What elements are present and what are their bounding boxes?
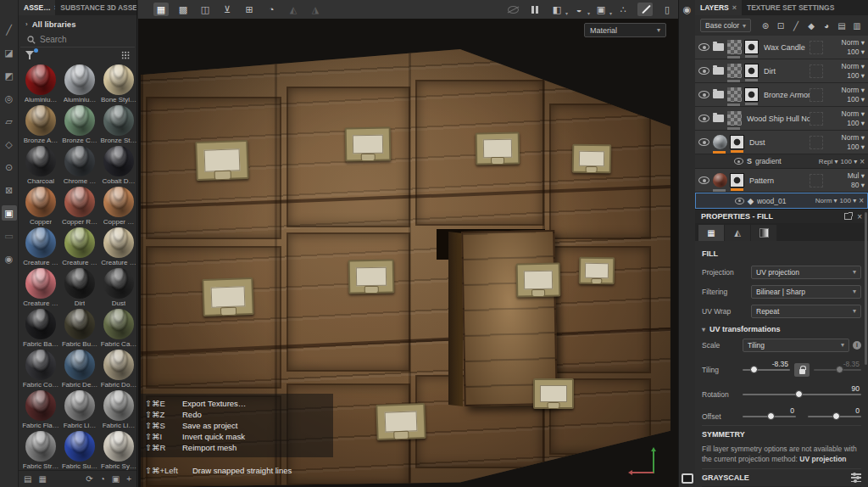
paint-tool-icon[interactable]: ╱ bbox=[2, 22, 17, 37]
visibility-eye-icon[interactable] bbox=[698, 115, 709, 122]
mini-viewport-icon[interactable] bbox=[682, 473, 693, 484]
mask-thumbnail[interactable] bbox=[744, 40, 759, 54]
clone-tool-icon[interactable]: ◇ bbox=[2, 137, 17, 152]
offset-y-knob[interactable] bbox=[832, 412, 840, 420]
opacity-dropdown[interactable]: 100 ▾ bbox=[840, 197, 857, 204]
asset-material[interactable]: Fabric Sy… bbox=[100, 431, 136, 470]
mask-thumbnail[interactable] bbox=[744, 64, 759, 78]
symmetry-y-icon[interactable]: ⊻ bbox=[220, 3, 235, 16]
checker-thumbnail[interactable] bbox=[727, 40, 742, 54]
grid-view-icon[interactable] bbox=[121, 51, 130, 59]
offset-y-value[interactable]: 0 bbox=[855, 406, 860, 415]
visibility-eye-icon[interactable] bbox=[698, 91, 709, 98]
mask-thumbnail[interactable] bbox=[730, 173, 744, 188]
sphere-thumbnail[interactable] bbox=[713, 135, 727, 149]
scrollbar[interactable] bbox=[865, 212, 867, 365]
stamp-icon[interactable]: ⊡ bbox=[775, 20, 787, 31]
assets-tool-icon[interactable]: ▣ bbox=[2, 205, 17, 221]
layer-row[interactable]: PatternMul ▾80 ▾ bbox=[695, 169, 868, 193]
asset-material[interactable]: Cobalt D… bbox=[100, 146, 136, 185]
display-settings-icon[interactable]: ◉ bbox=[680, 3, 695, 16]
info-icon[interactable]: i bbox=[853, 341, 861, 350]
opacity-dropdown[interactable]: 100 ▾ bbox=[847, 119, 865, 128]
layer-row[interactable]: Wood Ship Hull NordicNorm ▾100 ▾ bbox=[695, 107, 868, 131]
asset-material[interactable]: Fabric Str… bbox=[22, 431, 59, 470]
list-save-icon[interactable]: ▤ bbox=[24, 474, 31, 484]
remove-icon[interactable]: × bbox=[859, 196, 864, 205]
painting-mode-icon[interactable]: ▦ bbox=[153, 3, 169, 16]
new-folder-icon[interactable]: ▣ bbox=[112, 474, 120, 484]
blend-mode-dropdown[interactable]: Mul ▾ bbox=[848, 171, 865, 181]
tab-material-props[interactable]: ▦ bbox=[698, 225, 724, 241]
layer-row[interactable]: Bronze ArmorNorm ▾100 ▾ bbox=[695, 83, 868, 107]
asset-material[interactable]: Copper bbox=[22, 187, 59, 226]
eraser-tool-icon[interactable]: ◪ bbox=[2, 45, 17, 60]
history-icon[interactable]: ◔ bbox=[100, 474, 105, 484]
asset-material[interactable]: Bronze C… bbox=[61, 105, 98, 144]
search-input[interactable]: Search bbox=[40, 35, 67, 44]
blend-mode-dropdown[interactable]: Norm ▾ bbox=[815, 197, 837, 204]
blend-mode-dropdown[interactable]: Norm ▾ bbox=[842, 109, 865, 119]
trash-icon[interactable]: ▥ bbox=[851, 20, 863, 31]
pause-engine-icon[interactable] bbox=[527, 3, 542, 16]
blend-mode-dropdown[interactable]: Norm ▾ bbox=[842, 86, 865, 95]
uv-transformations-header[interactable]: ▾ UV transformations bbox=[702, 325, 861, 333]
lock-button[interactable] bbox=[794, 363, 810, 377]
asset-material[interactable]: Fabric Ba… bbox=[22, 309, 59, 348]
all-libraries-row[interactable]: › All libraries bbox=[19, 15, 136, 32]
channel-dropdown[interactable]: Base color ▾ bbox=[700, 19, 751, 32]
asset-material[interactable]: Fabric Ca… bbox=[100, 309, 136, 348]
list-folder-icon[interactable]: ▦ bbox=[38, 474, 46, 484]
asset-material[interactable]: Copper R… bbox=[61, 187, 98, 226]
asset-material[interactable]: Creature … bbox=[22, 268, 59, 307]
opacity-dropdown[interactable]: 80 ▾ bbox=[851, 181, 865, 190]
folder-icon[interactable]: ▤ bbox=[836, 20, 848, 31]
lazy-mouse-icon[interactable]: ◔ bbox=[264, 3, 279, 16]
tiling-slider[interactable]: -8.35 bbox=[743, 369, 790, 371]
tab-assets[interactable]: ASSE… × bbox=[19, 0, 55, 15]
rotation-slider[interactable]: 90 bbox=[743, 394, 861, 395]
asset-material[interactable]: Bronze St… bbox=[100, 105, 136, 144]
rotation-value[interactable]: 90 bbox=[852, 384, 860, 393]
symmetry-x-icon[interactable]: ◫ bbox=[198, 3, 213, 16]
popout-icon[interactable] bbox=[844, 213, 852, 220]
layer-row[interactable]: DustNorm ▾100 ▾ bbox=[695, 131, 868, 154]
asset-material[interactable]: Chrome … bbox=[61, 146, 98, 185]
pencil-icon[interactable]: ╱ bbox=[790, 20, 802, 31]
straight-line-icon[interactable] bbox=[637, 3, 653, 16]
visibility-eye-icon[interactable] bbox=[735, 198, 744, 204]
down-triangle-icon[interactable]: ◮ bbox=[308, 3, 323, 16]
opacity-dropdown[interactable]: 100 ▾ bbox=[847, 71, 865, 81]
add-icon[interactable]: + bbox=[126, 474, 131, 484]
blend-mode-dropdown[interactable]: Repl ▾ bbox=[819, 158, 838, 165]
blend-mode-dropdown[interactable]: Norm ▾ bbox=[842, 62, 865, 71]
asset-material[interactable]: Fabric Li… bbox=[61, 390, 98, 429]
tab-layers[interactable]: LAYERS × bbox=[695, 0, 742, 15]
opacity-dropdown[interactable]: 100 ▾ bbox=[847, 143, 865, 152]
close-icon[interactable]: × bbox=[732, 3, 737, 12]
offset-x-value[interactable]: 0 bbox=[790, 406, 794, 415]
visibility-eye-icon[interactable] bbox=[698, 138, 709, 146]
sphere-thumbnail[interactable] bbox=[713, 173, 727, 188]
tab-substance-3d-assets[interactable]: SUBSTANCE 3D ASSE… bbox=[55, 0, 136, 15]
smart-material-icon[interactable]: ◕ bbox=[821, 20, 832, 31]
bucket-icon[interactable]: ◆ bbox=[805, 20, 817, 31]
search-row[interactable]: Search bbox=[20, 32, 135, 48]
filter-icon[interactable] bbox=[25, 51, 36, 59]
material-picker-tool-icon[interactable]: ⊙ bbox=[2, 160, 17, 175]
remove-icon[interactable]: × bbox=[860, 157, 865, 166]
assets-grid-scroll[interactable]: Aluminiu…Aluminiu…Bone Styl…Bronze A…Bro… bbox=[19, 63, 136, 470]
asset-material[interactable]: Fabric De… bbox=[61, 350, 98, 389]
offset-y-slider[interactable]: 0 bbox=[808, 416, 861, 417]
mirror-view-icon[interactable]: ◧▾ bbox=[549, 3, 565, 16]
scale-dropdown[interactable]: Tiling ▾ bbox=[743, 339, 849, 352]
asset-material[interactable]: Creature … bbox=[22, 227, 59, 266]
perspective-icon[interactable]: ◒▾ bbox=[571, 3, 587, 16]
filter-settings-icon[interactable] bbox=[851, 473, 861, 482]
asset-material[interactable]: Fabric Fla… bbox=[22, 390, 59, 429]
layer-row[interactable]: Wax CandleNorm ▾100 ▾ bbox=[695, 36, 868, 59]
add-frame-icon[interactable]: ⊞ bbox=[242, 3, 257, 16]
mask-thumbnail[interactable] bbox=[744, 87, 759, 102]
projection-grid-icon[interactable]: ▩ bbox=[175, 3, 191, 16]
asset-material[interactable]: Fabric Bu… bbox=[61, 309, 98, 348]
